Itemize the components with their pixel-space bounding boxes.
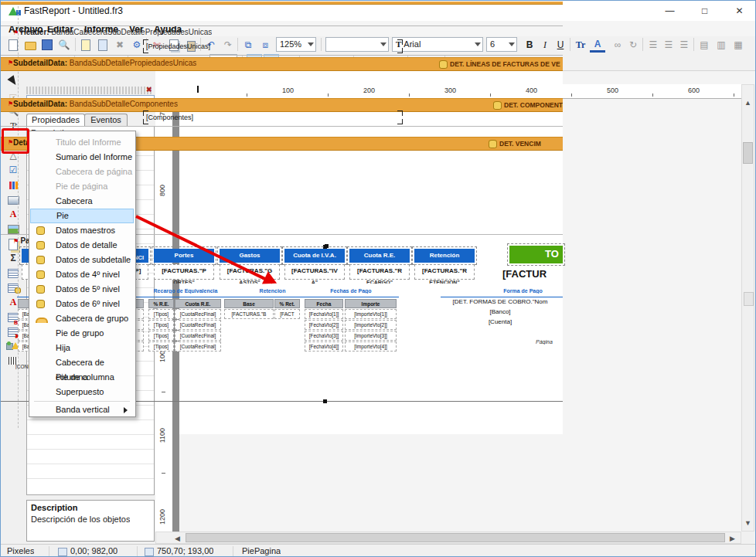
table-cell[interactable]: [ImporteVto[1]]	[345, 309, 397, 319]
table-cell[interactable]: [FACTURAS."B	[224, 309, 274, 319]
scroll-left-arrow[interactable]: ◀	[175, 535, 180, 542]
footer-header-cell[interactable]: Retención	[414, 249, 475, 263]
menu-item-datos-5-nivel[interactable]: Datos de 5º nivel	[30, 282, 134, 297]
selection-corner	[143, 119, 148, 124]
vertical-scrollbar[interactable]: ▲ ▼	[741, 84, 754, 532]
minimize-button[interactable]: —	[652, 1, 687, 21]
maximize-button[interactable]: □	[687, 1, 722, 21]
cell-label: TO	[545, 248, 559, 260]
footer-value-cell[interactable]: [FACTURAS."RECARGO"	[349, 264, 410, 280]
menu-item-pie[interactable]: Pie	[30, 209, 134, 223]
highlight-color-button[interactable]: A	[590, 39, 605, 53]
menu-item-pie-grupo[interactable]: Pie de grupo	[30, 326, 134, 341]
selection-handle	[325, 244, 329, 248]
hyperlink-button[interactable]: ∞	[610, 37, 625, 53]
menu-item-label: Titulo del Informe	[56, 138, 121, 147]
menu-item-label: Datos de 6º nivel	[56, 299, 120, 308]
band-title: SubdetailData: BandaSubDetallePropiedade…	[13, 59, 196, 67]
table-cell[interactable]: [ImporteVto[3]]	[345, 331, 397, 341]
insert-band-menu: Titulo del Informe Sumario del Informe C…	[29, 131, 136, 417]
cell-value: [FACTURAS."R	[357, 267, 402, 274]
scroll-up-arrow[interactable]: ▲	[742, 99, 754, 107]
table-cell[interactable]: [FechaVto[2]]	[305, 320, 343, 330]
menu-item-banda-vertical[interactable]: Banda vertical	[30, 402, 134, 417]
footer-header-cell[interactable]: Cuota de I.V.A.	[284, 249, 345, 263]
align-center-button[interactable]: ☰	[661, 37, 676, 53]
ruler-tick	[571, 93, 572, 97]
horizontal-scrollbar[interactable]: ◀ ▶	[155, 532, 741, 544]
cell-label: Cuota R.E.	[364, 252, 395, 259]
text-object-propiedades[interactable]: [PropiedadesUnicas]	[143, 40, 407, 53]
table-cell[interactable]: [Tipos]	[148, 309, 174, 319]
forma-line-2[interactable]: [Banco]	[438, 308, 563, 315]
menu-item-datos-4-nivel[interactable]: Datos de 4º nivel	[30, 267, 134, 282]
table-cell[interactable]: [ImporteVto[4]]	[345, 341, 397, 352]
menu-item-cabecera[interactable]: Cabecera	[30, 194, 134, 209]
band-resize-handle[interactable]	[323, 399, 327, 403]
table-cell[interactable]: [FechaVto[4]]	[305, 341, 343, 352]
table-cell[interactable]: [CuotaRecFinal]	[175, 309, 221, 319]
menu-item-label: Datos de subdetalle	[56, 255, 131, 264]
menu-item-pie-columna[interactable]: Pie de columna	[30, 370, 134, 385]
table-cell[interactable]: [Tipos]	[148, 320, 174, 330]
menu-item-label: Datos de detalle	[56, 240, 117, 250]
annotation-highlight-box	[2, 128, 29, 154]
menu-item-datos-subdetalle[interactable]: Datos de subdetalle	[30, 253, 134, 267]
footer-value-cell[interactable]: [FACTURAS."IVA"	[284, 264, 345, 280]
menu-item-label: Cabecera de grupo	[56, 314, 128, 323]
clipped-fragment: ECARGO"	[350, 280, 409, 284]
table-cell[interactable]: [FechaVto[1]]	[305, 309, 343, 319]
close-button[interactable]: ✕	[722, 1, 756, 21]
menu-item-titulo-informe: Titulo del Informe	[30, 135, 134, 150]
text-object-componentes[interactable]: [Componentes]	[143, 111, 407, 124]
table-cell[interactable]: [CuotaRecFinal]	[175, 331, 221, 341]
table-cell[interactable]: [Tipos]	[148, 341, 174, 352]
table-cell[interactable]: [Tipos]	[148, 331, 174, 341]
valign-bottom-button[interactable]: ▦	[730, 37, 746, 53]
table-cell[interactable]: [FechaVto[3]]	[305, 331, 343, 341]
band-subdetail-propiedades[interactable]: SubdetailData: BandaSubDetallePropiedade…	[1, 57, 563, 71]
fastreport-window: FastReport - Untitled.fr3 — □ ✕ Archivo …	[0, 0, 756, 557]
scroll-down-arrow[interactable]: ▼	[742, 519, 754, 527]
menu-item-datos-maestros[interactable]: Datos maestros	[30, 223, 134, 238]
align-left-button[interactable]: ☰	[645, 37, 661, 53]
menu-item-label: Superpuesto	[56, 387, 104, 396]
table-cell[interactable]: [ImporteVto[2]]	[345, 320, 397, 330]
vertical-scroll-thumb[interactable]	[743, 142, 753, 164]
menu-item-datos-detalle[interactable]: Datos de detalle	[30, 238, 134, 253]
menu-item-sumario-informe[interactable]: Sumario del Informe	[30, 150, 134, 165]
font-color-button[interactable]: Tr	[573, 37, 588, 53]
table-cell[interactable]: [FACT	[274, 309, 300, 319]
menu-item-superpuesto[interactable]: Superpuesto	[30, 385, 134, 399]
menu-item-cabecera-grupo[interactable]: Cabecera de grupo	[30, 311, 134, 326]
total-value[interactable]: [FACTUR	[502, 268, 563, 280]
menu-item-hija[interactable]: Hija	[30, 341, 134, 355]
footer-header-cell[interactable]: Cuota R.E.	[349, 249, 410, 263]
menu-item-datos-6-nivel[interactable]: Datos de 6º nivel	[30, 297, 134, 311]
footer-value-cell[interactable]: [FACTURAS."RETENCION"	[414, 264, 475, 280]
col-header: Fecha	[305, 299, 343, 308]
band-name: BandaSubDetallePropiedadesUnicas	[70, 59, 197, 67]
table-cell[interactable]: [CuotaRecFinal]	[175, 320, 221, 330]
footer-value-cell[interactable]: [FACTURAS."PORTES"	[154, 264, 214, 280]
forma-line-1[interactable]: [DET. FORMAS DE COBRO."Nom	[438, 298, 563, 305]
horizontal-scroll-thumb[interactable]	[186, 533, 725, 542]
clipped-fragment: A"	[285, 280, 344, 284]
description-panel: Description Descripción de los objetos	[26, 500, 155, 542]
menu-item-label: Datos maestros	[56, 226, 115, 235]
valign-top-button[interactable]: ▤	[696, 37, 712, 53]
valign-middle-button[interactable]: ▥	[713, 37, 729, 53]
forma-line-3[interactable]: [Cuenta]	[438, 318, 563, 325]
section-title-forma: Forma de Pago	[483, 288, 563, 294]
band-name: BandaCabeceraSubDetallePropiedadesUnicas	[51, 28, 212, 36]
description-text: Descripción de los objetos	[31, 515, 130, 524]
scroll-right-arrow[interactable]: ▶	[730, 535, 735, 542]
menu-item-cabecera-columna[interactable]: Cabecera de columna	[30, 355, 134, 370]
selection-corner	[397, 110, 403, 116]
band-subdetail-componentes[interactable]: SubdetailData: BandaSubDetalleComponente…	[1, 98, 563, 112]
align-right-button[interactable]: ☰	[676, 37, 692, 53]
table-cell[interactable]: [CuotaRecFinal]	[175, 341, 221, 352]
scrollbar-grip[interactable]	[744, 292, 754, 306]
total-header-cell[interactable]: TO	[509, 246, 563, 263]
rotate-button[interactable]: ↻	[625, 37, 641, 53]
